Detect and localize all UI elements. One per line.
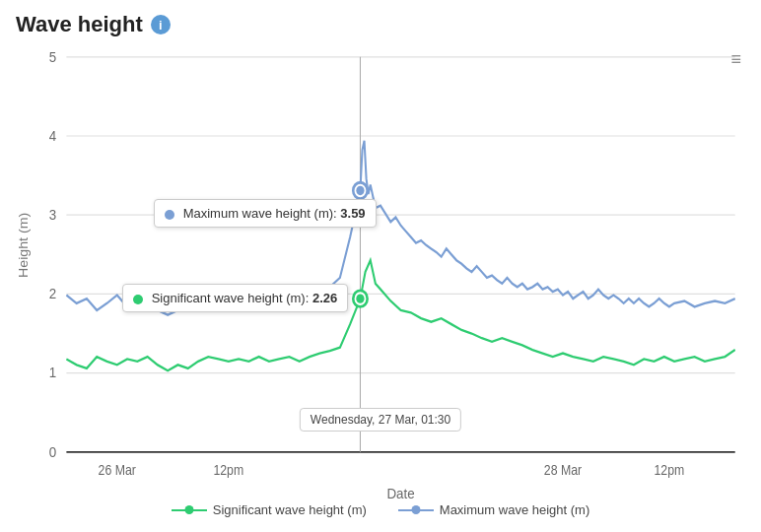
svg-text:2: 2 bbox=[49, 285, 56, 301]
svg-text:12pm: 12pm bbox=[654, 463, 684, 479]
tooltip-sig-value: 2.26 bbox=[312, 291, 337, 305]
tooltip-sig-label: Significant wave height (m): bbox=[152, 291, 310, 305]
svg-text:Date: Date bbox=[386, 485, 414, 499]
header: Wave height i bbox=[16, 12, 745, 37]
hamburger-menu-icon[interactable]: ≡ bbox=[730, 49, 741, 70]
svg-text:Height (m): Height (m) bbox=[17, 213, 31, 278]
legend-significant-label: Significant wave height (m) bbox=[213, 502, 367, 517]
svg-text:3: 3 bbox=[49, 206, 56, 223]
tooltip-significant: Significant wave height (m): 2.26 bbox=[122, 284, 348, 312]
tooltip-max-label: Maximum wave height (m): bbox=[183, 206, 337, 221]
legend-maximum-label: Maximum wave height (m) bbox=[440, 502, 589, 517]
chart-legend: Significant wave height (m) Maximum wave… bbox=[16, 502, 745, 517]
svg-text:12pm: 12pm bbox=[213, 463, 243, 479]
svg-text:0: 0 bbox=[49, 443, 56, 460]
svg-text:5: 5 bbox=[49, 48, 56, 65]
svg-text:26 Mar: 26 Mar bbox=[99, 463, 137, 479]
page-title: Wave height bbox=[16, 12, 143, 37]
legend-sig-line-container bbox=[172, 503, 207, 517]
tooltip-date: Wednesday, 27 Mar, 01:30 bbox=[300, 408, 461, 432]
chart-container: ≡ 5 4 3 2 1 0 Height (m) 2 bbox=[16, 45, 745, 499]
legend-item-significant: Significant wave height (m) bbox=[172, 502, 367, 517]
legend-sig-dot bbox=[184, 505, 193, 514]
legend-item-maximum: Maximum wave height (m) bbox=[398, 502, 589, 517]
tooltip-maximum: Maximum wave height (m): 3.59 bbox=[154, 199, 377, 228]
info-icon[interactable]: i bbox=[151, 15, 171, 34]
tooltip-date-text: Wednesday, 27 Mar, 01:30 bbox=[311, 413, 450, 427]
significant-point-inner bbox=[356, 294, 364, 302]
tooltip-sig-dot bbox=[133, 295, 143, 304]
maximum-point-inner bbox=[356, 186, 364, 195]
svg-text:1: 1 bbox=[49, 364, 56, 380]
tooltip-max-value: 3.59 bbox=[340, 206, 365, 221]
legend-max-dot bbox=[411, 505, 420, 514]
chart-area: ≡ 5 4 3 2 1 0 Height (m) 2 bbox=[16, 45, 745, 499]
legend-max-line-container bbox=[398, 503, 434, 517]
svg-text:28 Mar: 28 Mar bbox=[544, 463, 583, 479]
tooltip-max-dot bbox=[165, 210, 174, 220]
svg-text:4: 4 bbox=[49, 127, 56, 144]
page: Wave height i ≡ 5 4 3 2 1 0 Hei bbox=[0, 0, 761, 532]
